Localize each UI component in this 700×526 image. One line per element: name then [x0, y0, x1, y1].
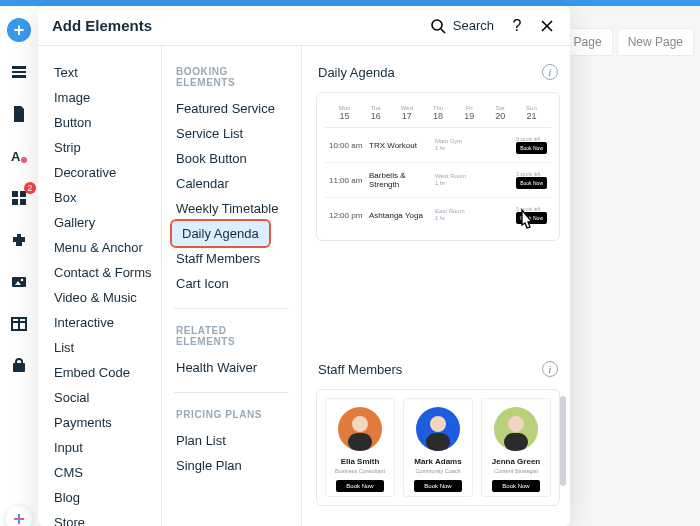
svg-rect-0 [12, 66, 26, 69]
group-heading: BOOKING ELEMENTS [172, 62, 291, 96]
add-elements-panel: Add Elements Search ? TextImageButtonStr… [38, 6, 570, 526]
daily-agenda-preview[interactable]: Mon15Tue16Wed17Thu18Fri19Sat20Sun21 10:0… [316, 92, 560, 241]
avatar [416, 407, 460, 451]
media-icon[interactable] [7, 270, 31, 294]
category-item[interactable]: Decorative [48, 160, 161, 185]
category-item[interactable]: Strip [48, 135, 161, 160]
staff-name: Jenna Green [492, 457, 540, 466]
svg-point-11 [21, 279, 24, 282]
element-type-item[interactable]: Cart Icon [172, 271, 291, 296]
agenda-row: 10:00 amTRX WorkoutMain Gym1 hr6 spots l… [325, 128, 551, 163]
category-item[interactable]: Store [48, 510, 161, 526]
element-type-item[interactable]: Health Waiver [172, 355, 291, 380]
help-icon[interactable]: ? [508, 17, 526, 35]
element-type-item[interactable]: Service List [172, 121, 291, 146]
staff-name: Ella Smith [341, 457, 380, 466]
category-item[interactable]: Interactive [48, 310, 161, 335]
staff-card: Ella SmithBusiness ConsultantBook Now [325, 398, 395, 497]
svg-line-19 [441, 29, 445, 33]
category-item[interactable]: CMS [48, 460, 161, 485]
staff-role: Business Consultant [335, 468, 385, 474]
element-type-item[interactable]: Plan List [172, 428, 291, 453]
agenda-day: Sun21 [516, 105, 547, 121]
category-item[interactable]: Payments [48, 410, 161, 435]
agenda-day: Tue16 [360, 105, 391, 121]
staff-members-preview[interactable]: Ella SmithBusiness ConsultantBook NowMar… [316, 389, 560, 506]
category-item[interactable]: Embed Code [48, 360, 161, 385]
agenda-day: Fri19 [454, 105, 485, 121]
store-icon[interactable] [7, 354, 31, 378]
sections-icon[interactable] [7, 60, 31, 84]
category-item[interactable]: Text [48, 60, 161, 85]
staff-role: Community Coach [415, 468, 460, 474]
search-button[interactable]: Search [429, 17, 494, 35]
book-button[interactable]: Book Now [492, 480, 539, 492]
preview-column: Daily Agenda i Mon15Tue16Wed17Thu18Fri19… [302, 46, 570, 526]
svg-rect-25 [426, 433, 450, 451]
group-heading: PRICING PLANS [172, 405, 291, 428]
category-item[interactable]: Input [48, 435, 161, 460]
svg-text:A: A [11, 149, 21, 164]
svg-rect-5 [12, 191, 18, 197]
category-item[interactable]: Social [48, 385, 161, 410]
info-icon[interactable]: i [542, 361, 558, 377]
category-item[interactable]: Gallery [48, 210, 161, 235]
agenda-day: Sat20 [485, 105, 516, 121]
svg-rect-9 [12, 277, 26, 287]
svg-rect-15 [13, 363, 25, 372]
table-icon[interactable] [7, 312, 31, 336]
apps-badge: 2 [24, 182, 36, 194]
element-type-item[interactable]: Book Button [172, 146, 291, 171]
staff-role: Content Strategist [494, 468, 538, 474]
add-elements-button[interactable]: + [7, 18, 31, 42]
element-type-item[interactable]: Staff Members [172, 246, 291, 271]
close-icon[interactable] [538, 17, 556, 35]
page-icon[interactable] [7, 102, 31, 126]
category-item[interactable]: Contact & Forms [48, 260, 161, 285]
element-type-item[interactable]: Calendar [172, 171, 291, 196]
element-type-item[interactable]: Weekly Timetable [172, 196, 291, 221]
svg-rect-8 [20, 199, 26, 205]
svg-point-24 [430, 416, 446, 432]
svg-point-26 [508, 416, 524, 432]
element-type-list: BOOKING ELEMENTSFeatured ServiceService … [162, 46, 302, 526]
agenda-day: Wed17 [391, 105, 422, 121]
element-type-item[interactable]: Featured Service [172, 96, 291, 121]
element-type-item[interactable]: Single Plan [172, 453, 291, 478]
book-button[interactable]: Book Now [414, 480, 461, 492]
category-item[interactable]: Image [48, 85, 161, 110]
apps-icon[interactable]: 2 [7, 186, 31, 210]
plugin-icon[interactable] [7, 228, 31, 252]
agenda-day: Thu18 [422, 105, 453, 121]
avatar [338, 407, 382, 451]
section-title: Staff Members [318, 362, 402, 377]
category-list: TextImageButtonStripDecorativeBoxGallery… [38, 46, 162, 526]
text-style-icon[interactable]: A [7, 144, 31, 168]
element-type-item[interactable]: Daily Agenda [172, 221, 269, 246]
category-item[interactable]: Menu & Anchor [48, 235, 161, 260]
svg-point-22 [352, 416, 368, 432]
category-item[interactable]: Box [48, 185, 161, 210]
avatar [494, 407, 538, 451]
section-head-staff: Staff Members i [318, 361, 558, 377]
category-item[interactable]: Video & Music [48, 285, 161, 310]
info-icon[interactable]: i [542, 64, 558, 80]
category-item[interactable]: Button [48, 110, 161, 135]
svg-rect-23 [348, 433, 372, 451]
fab-plus[interactable] [6, 506, 32, 526]
section-head-daily-agenda: Daily Agenda i [318, 64, 558, 80]
search-icon [429, 17, 447, 35]
staff-card: Jenna GreenContent StrategistBook Now [481, 398, 551, 497]
page-tab[interactable]: New Page [617, 28, 694, 56]
book-button[interactable]: Book Now [336, 480, 383, 492]
left-rail: + A 2 [0, 6, 38, 526]
svg-point-4 [21, 157, 27, 163]
panel-header: Add Elements Search ? [38, 6, 570, 46]
svg-point-18 [432, 20, 442, 30]
group-heading: RELATED ELEMENTS [172, 321, 291, 355]
category-item[interactable]: List [48, 335, 161, 360]
category-item[interactable]: Blog [48, 485, 161, 510]
scrollbar-thumb[interactable] [560, 396, 566, 486]
svg-rect-2 [12, 75, 26, 78]
agenda-row: 12:00 pmAshtanga YogaEast Room1 hr5 spot… [325, 198, 551, 232]
